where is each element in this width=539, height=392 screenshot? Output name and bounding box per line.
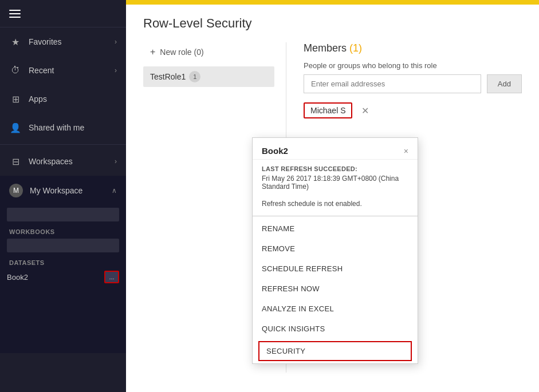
dropdown-action-schedule-refresh[interactable]: SCHEDULE REFRESH — [253, 259, 418, 279]
dropdown-meta: LAST REFRESH SUCCEEDED: — [253, 160, 418, 175]
workspace-empty-area — [7, 289, 119, 346]
remove-member-button[interactable]: ✕ — [361, 105, 369, 116]
dropdown-refresh-note: Refresh schedule is not enabled. — [253, 196, 418, 213]
sidebar-item-label: Workspaces — [29, 157, 115, 166]
dropdown-timestamp: Fri May 26 2017 18:18:39 GMT+0800 (China… — [253, 175, 418, 196]
dataset-name: Book2 — [7, 273, 104, 282]
apps-icon: ⊞ — [9, 93, 22, 105]
member-name: Michael S — [310, 106, 345, 115]
members-count: (1) — [349, 42, 362, 54]
sidebar-item-recent[interactable]: ⏱ Recent › — [0, 56, 126, 85]
members-title: Members (1) — [304, 42, 522, 54]
workbooks-category: WORKBOOKS — [0, 225, 126, 236]
datasets-category: DATASETS — [0, 256, 126, 267]
member-row: Michael S ✕ — [304, 102, 522, 118]
workspace-search-datasets[interactable] — [7, 239, 119, 252]
my-workspace-label: My Workspace — [30, 186, 112, 195]
dropdown-header: Book2 × — [253, 138, 418, 160]
role-item[interactable]: TestRole1 1 — [143, 66, 274, 87]
sidebar-item-apps[interactable]: ⊞ Apps — [0, 85, 126, 113]
page-title: Row-Level Security — [143, 16, 522, 31]
workspaces-icon: ⊟ — [9, 155, 22, 168]
top-bar-accent — [126, 0, 539, 5]
workspace-search-workbooks[interactable] — [7, 208, 119, 221]
new-role-label: New role (0) — [160, 47, 203, 57]
sidebar-item-label: Shared with me — [29, 123, 117, 132]
email-input-row: Add — [304, 74, 522, 93]
dropdown-action-refresh-now[interactable]: REFRESH NOW — [253, 279, 418, 299]
sidebar-item-favorites[interactable]: ★ Favorites › — [0, 27, 126, 56]
plus-icon: + — [150, 47, 155, 57]
workspace-sub: WORKBOOKS DATASETS Book2 ... — [0, 208, 126, 353]
sidebar-item-label: Recent — [29, 66, 115, 75]
dropdown-panel: Book2 × LAST REFRESH SUCCEEDED: Fri May … — [252, 137, 418, 364]
dropdown-action-remove[interactable]: REMOVE — [253, 239, 418, 259]
members-label: Members — [304, 42, 347, 54]
dropdown-title: Book2 — [262, 146, 288, 156]
my-workspace-header[interactable]: M My Workspace ∧ — [0, 176, 126, 205]
dropdown-divider — [253, 216, 418, 216]
add-button[interactable]: Add — [487, 74, 522, 93]
members-description: People or groups who belong to this role — [304, 61, 522, 70]
chevron-right-icon: › — [115, 38, 117, 46]
sidebar-item-shared[interactable]: 👤 Shared with me — [0, 113, 126, 142]
sidebar-item-workspaces[interactable]: ⊟ Workspaces › — [0, 147, 126, 176]
sidebar-nav: ★ Favorites › ⏱ Recent › ⊞ Apps 👤 Shared… — [0, 27, 126, 392]
sidebar-divider — [0, 144, 126, 145]
sidebar-item-label: Favorites — [29, 37, 115, 46]
chevron-right-icon: › — [115, 66, 117, 74]
new-role-button[interactable]: + New role (0) — [143, 42, 274, 62]
role-name: TestRole1 — [150, 72, 186, 81]
main-content: Row-Level Security + New role (0) TestRo… — [126, 0, 539, 392]
favorites-icon: ★ — [9, 35, 22, 48]
chevron-right-icon: › — [115, 157, 117, 165]
email-input[interactable] — [304, 74, 481, 93]
dropdown-action-analyze-excel[interactable]: ANALYZE IN EXCEL — [253, 299, 418, 319]
avatar: M — [9, 184, 23, 197]
sidebar: ★ Favorites › ⏱ Recent › ⊞ Apps 👤 Shared… — [0, 0, 126, 392]
dropdown-close-button[interactable]: × — [404, 146, 408, 156]
dataset-more-button[interactable]: ... — [104, 271, 119, 283]
dropdown-action-rename[interactable]: RENAME — [253, 219, 418, 239]
dropdown-action-quick-insights[interactable]: QUICK INSIGHTS — [253, 319, 418, 339]
sidebar-header — [0, 0, 126, 27]
recent-icon: ⏱ — [9, 64, 22, 77]
member-chip: Michael S — [304, 102, 352, 118]
sidebar-item-label: Apps — [29, 94, 117, 104]
hamburger-icon[interactable] — [9, 10, 21, 18]
chevron-up-icon: ∧ — [112, 187, 117, 195]
dataset-item-book2[interactable]: Book2 ... — [0, 267, 126, 287]
role-count-badge: 1 — [189, 71, 200, 82]
dropdown-action-security[interactable]: SECURITY — [258, 341, 412, 361]
my-workspace-section: M My Workspace ∧ WORKBOOKS DATASETS Book… — [0, 176, 126, 353]
shared-icon: 👤 — [9, 121, 22, 134]
